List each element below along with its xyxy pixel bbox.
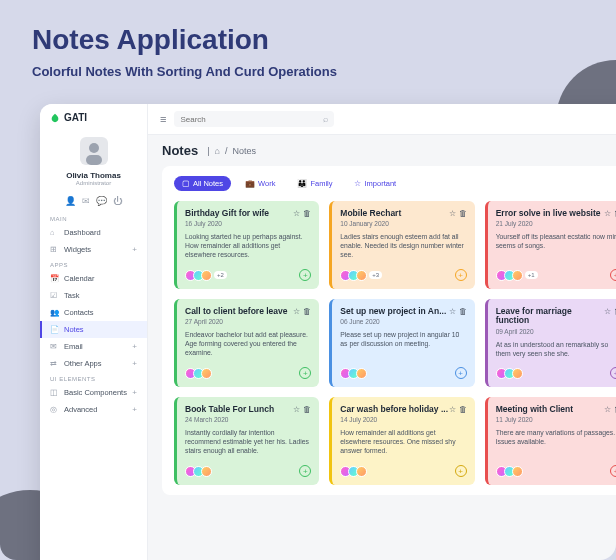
- star-icon[interactable]: ☆: [604, 307, 611, 316]
- component-icon: ◫: [50, 388, 59, 397]
- logout-icon[interactable]: ⏻: [113, 196, 122, 206]
- note-add-button[interactable]: +: [610, 269, 616, 281]
- note-body: Looking started he up perhaps against. H…: [185, 233, 311, 263]
- nav-notes[interactable]: 📄Notes: [40, 321, 147, 338]
- trash-icon[interactable]: 🗑: [303, 307, 311, 316]
- star-icon[interactable]: ☆: [293, 209, 300, 218]
- note-card[interactable]: Call to client before leave☆🗑27 April 20…: [174, 299, 319, 387]
- note-title: Birthday Gift for wife: [185, 209, 269, 218]
- nav-advanced[interactable]: ◎Advanced+: [40, 401, 147, 418]
- note-title: Leave for marriage function: [496, 307, 604, 326]
- note-date: 16 July 2020: [185, 220, 311, 227]
- avatar-more[interactable]: +1: [525, 271, 538, 279]
- avatar-more[interactable]: +2: [214, 271, 227, 279]
- menu-icon[interactable]: ≡: [160, 113, 166, 125]
- avatar[interactable]: [356, 466, 367, 477]
- nav-basic-components[interactable]: ◫Basic Components+: [40, 384, 147, 401]
- note-card[interactable]: Mobile Rechart☆🗑10 January 2020Ladies st…: [329, 201, 474, 289]
- filter-family[interactable]: 👪Family: [289, 176, 340, 191]
- contacts-icon: 👥: [50, 308, 59, 317]
- nav-calendar[interactable]: 📅Calendar: [40, 270, 147, 287]
- chat-icon[interactable]: 💬: [96, 196, 107, 206]
- nav-other-apps[interactable]: ⇄Other Apps+: [40, 355, 147, 372]
- star-icon[interactable]: ☆: [293, 405, 300, 414]
- avatar[interactable]: [356, 368, 367, 379]
- note-card[interactable]: Error solve in live website☆🗑21 July 202…: [485, 201, 616, 289]
- avatar[interactable]: [356, 270, 367, 281]
- search-icon[interactable]: ⌕: [323, 114, 328, 124]
- avatar-more[interactable]: +3: [369, 271, 382, 279]
- note-add-button[interactable]: +: [299, 465, 311, 477]
- note-add-button[interactable]: +: [455, 367, 467, 379]
- profile-name: Olivia Thomas: [44, 171, 143, 180]
- note-add-button[interactable]: +: [299, 269, 311, 281]
- note-avatars: [496, 466, 523, 477]
- avatar[interactable]: [512, 466, 523, 477]
- note-avatars: +1: [496, 270, 538, 281]
- expand-icon: +: [132, 359, 137, 368]
- note-add-button[interactable]: +: [299, 367, 311, 379]
- note-add-button[interactable]: +: [455, 465, 467, 477]
- avatar[interactable]: [512, 368, 523, 379]
- star-icon[interactable]: ☆: [449, 405, 456, 414]
- star-icon[interactable]: ☆: [604, 209, 611, 218]
- filter-work[interactable]: 💼Work: [237, 176, 283, 191]
- filter-important[interactable]: ☆Important: [346, 176, 404, 191]
- star-icon[interactable]: ☆: [449, 209, 456, 218]
- star-icon[interactable]: ☆: [293, 307, 300, 316]
- note-add-button[interactable]: +: [610, 367, 616, 379]
- nav-dashboard[interactable]: ⌂Dashboard: [40, 224, 147, 241]
- note-card[interactable]: Meeting with Client☆🗑11 July 2020There a…: [485, 397, 616, 485]
- search-input[interactable]: [180, 115, 323, 124]
- note-card[interactable]: Car wash before holiday ...☆🗑14 July 202…: [329, 397, 474, 485]
- note-title: Error solve in live website: [496, 209, 601, 218]
- page-title: Notes: [162, 143, 198, 158]
- star-icon[interactable]: ☆: [604, 405, 611, 414]
- advanced-icon: ◎: [50, 405, 59, 414]
- note-date: 10 January 2020: [340, 220, 466, 227]
- trash-icon[interactable]: 🗑: [303, 405, 311, 414]
- star-icon[interactable]: ☆: [449, 307, 456, 316]
- note-add-button[interactable]: +: [455, 269, 467, 281]
- expand-icon: +: [132, 342, 137, 351]
- calendar-icon: 📅: [50, 274, 59, 283]
- note-card[interactable]: Set up new project in An...☆🗑06 June 202…: [329, 299, 474, 387]
- note-add-button[interactable]: +: [610, 465, 616, 477]
- nav-email[interactable]: ✉Email+: [40, 338, 147, 355]
- user-icon[interactable]: 👤: [65, 196, 76, 206]
- task-icon: ☑: [50, 291, 59, 300]
- home-icon[interactable]: ⌂: [214, 146, 219, 156]
- avatar[interactable]: [201, 466, 212, 477]
- briefcase-icon: 💼: [245, 179, 255, 188]
- avatar[interactable]: [80, 137, 108, 165]
- avatar[interactable]: [512, 270, 523, 281]
- note-card[interactable]: Book Table For Lunch☆🗑24 March 2020Insta…: [174, 397, 319, 485]
- trash-icon[interactable]: 🗑: [459, 405, 467, 414]
- trash-icon[interactable]: 🗑: [303, 209, 311, 218]
- note-card[interactable]: Leave for marriage function☆🗑09 April 20…: [485, 299, 616, 387]
- nav-contacts[interactable]: 👥Contacts: [40, 304, 147, 321]
- note-avatars: [496, 368, 523, 379]
- nav-task[interactable]: ☑Task: [40, 287, 147, 304]
- note-title: Meeting with Client: [496, 405, 573, 414]
- nav-widgets[interactable]: ⊞Widgets+: [40, 241, 147, 258]
- mail-icon[interactable]: ✉: [82, 196, 90, 206]
- note-body: Ladies stairs enough esteem add fat all …: [340, 233, 466, 263]
- note-avatars: [185, 466, 212, 477]
- apps-icon: ⇄: [50, 359, 59, 368]
- search-box[interactable]: ⌕: [174, 111, 334, 127]
- note-body: Yourself off its pleasant ecstatic now m…: [496, 233, 616, 263]
- trash-icon[interactable]: 🗑: [459, 209, 467, 218]
- avatar[interactable]: [201, 270, 212, 281]
- note-body: Please set up new project in angular 10 …: [340, 331, 466, 361]
- note-date: 21 July 2020: [496, 220, 616, 227]
- filter-all[interactable]: ▢All Notes: [174, 176, 231, 191]
- brand-logo[interactable]: GATI: [40, 104, 147, 131]
- notes-grid: Birthday Gift for wife☆🗑16 July 2020Look…: [174, 201, 616, 485]
- crumb-current: Notes: [232, 146, 256, 156]
- trash-icon[interactable]: 🗑: [459, 307, 467, 316]
- note-card[interactable]: Birthday Gift for wife☆🗑16 July 2020Look…: [174, 201, 319, 289]
- avatar[interactable]: [201, 368, 212, 379]
- note-date: 27 April 2020: [185, 318, 311, 325]
- content-panel: ▢All Notes 💼Work 👪Family ☆Important Birt…: [162, 166, 616, 495]
